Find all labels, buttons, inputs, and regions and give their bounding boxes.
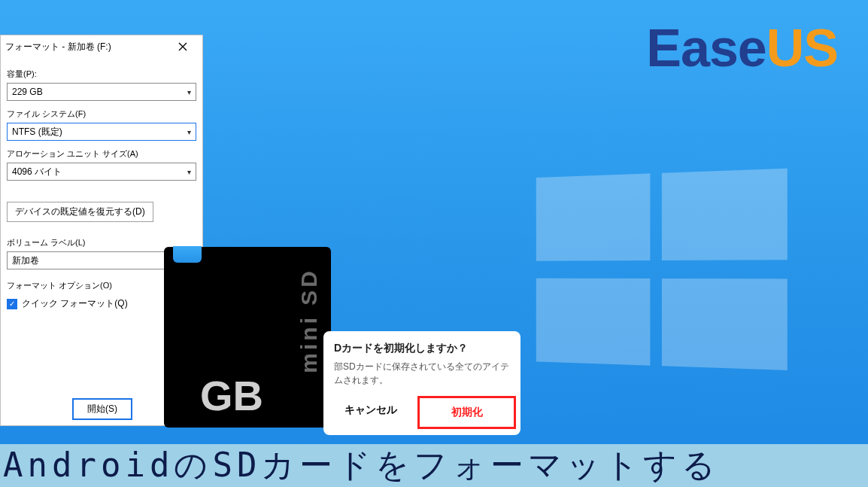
capacity-value: 229 GB — [12, 87, 43, 97]
capacity-label: 容量(P): — [7, 68, 196, 80]
brand-logo: EaseUS — [646, 18, 838, 78]
sd-side-text: mini SD — [296, 268, 322, 373]
allocation-label: アロケーション ユニット サイズ(A) — [7, 148, 196, 160]
quick-format-label: クイック フォーマット(Q) — [22, 297, 128, 310]
quick-format-checkbox[interactable]: ✓ — [7, 299, 17, 309]
check-icon: ✓ — [9, 300, 15, 308]
allocation-value: 4096 バイト — [12, 166, 62, 178]
windows-logo — [536, 168, 792, 376]
volume-label-value: 新加卷 — [12, 254, 39, 267]
confirm-message: 部SDカードに保存されている全てのアイテムされます。 — [334, 360, 510, 387]
close-button[interactable] — [166, 36, 199, 57]
sd-gb-text: GB — [200, 371, 263, 420]
confirm-dialog: Dカードを初期化しますか？ 部SDカードに保存されている全てのアイテムされます。… — [323, 331, 520, 435]
allocation-select[interactable]: 4096 バイト ▾ — [7, 163, 196, 181]
close-icon — [178, 42, 187, 51]
dialog-title: フォーマット - 新加卷 (F:) — [5, 41, 111, 53]
chevron-down-icon: ▾ — [187, 128, 191, 136]
start-button[interactable]: 開始(S) — [73, 399, 132, 419]
windows-logo-pane — [662, 279, 788, 370]
capacity-select[interactable]: 229 GB ▾ — [7, 83, 196, 101]
cancel-button[interactable]: キャンセル — [323, 396, 417, 429]
windows-logo-pane — [662, 169, 788, 260]
filesystem-value: NTFS (既定) — [12, 126, 62, 138]
windows-logo-pane — [536, 279, 651, 366]
filesystem-select[interactable]: NTFS (既定) ▾ — [7, 123, 196, 141]
restore-defaults-button[interactable]: デバイスの既定値を復元する(D) — [7, 202, 153, 222]
page-caption: AndroidのSDカードをフォーマットする — [0, 444, 868, 487]
titlebar: フォーマット - 新加卷 (F:) — [1, 35, 202, 58]
sd-card-image: mini SD GB — [164, 247, 331, 428]
brand-part1: Ease — [646, 19, 766, 78]
chevron-down-icon: ▾ — [187, 88, 191, 96]
brand-part2: US — [766, 19, 838, 78]
filesystem-label: ファイル システム(F) — [7, 108, 196, 120]
sd-card-notch — [173, 246, 202, 263]
initialize-button[interactable]: 初期化 — [417, 396, 516, 429]
confirm-actions: キャンセル 初期化 — [323, 396, 520, 429]
windows-logo-pane — [536, 173, 651, 260]
confirm-title: Dカードを初期化しますか？ — [334, 342, 510, 355]
chevron-down-icon: ▾ — [187, 168, 191, 176]
